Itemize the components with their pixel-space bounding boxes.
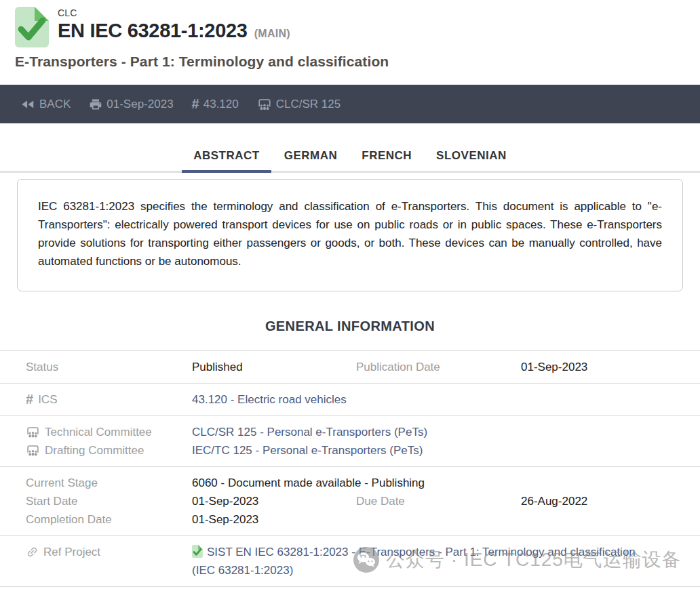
ics-label: ICS — [38, 390, 57, 409]
abstract-panel: IEC 63281-1:2023 specifies the terminolo… — [17, 179, 683, 291]
document-check-icon — [15, 7, 49, 47]
tab-abstract[interactable]: ABSTRACT — [182, 141, 271, 173]
committee-item[interactable]: CLC/SR 125 — [257, 97, 341, 112]
main-badge: (MAIN) — [254, 28, 290, 40]
hash-icon: # — [26, 390, 33, 409]
table-row-ref-project: Ref Project SIST EN IEC 63281-1:2023 - E… — [0, 535, 700, 587]
toolbar: BACK 01-Sep-2023 # 43.120 CLC/SR 125 — [0, 85, 700, 123]
back-label: BACK — [39, 98, 71, 111]
general-information-table: Status Published Publication Date 01-Sep… — [0, 350, 700, 587]
publication-date-item[interactable]: 01-Sep-2023 — [89, 98, 173, 111]
tab-german[interactable]: GERMAN — [273, 141, 349, 173]
back-button[interactable]: BACK — [20, 97, 71, 112]
ics-code-label: 43.120 — [203, 98, 239, 111]
current-stage-value: 6060 - Document made available - Publish… — [192, 474, 686, 492]
start-date-label: Start Date — [26, 492, 78, 510]
technical-committee-label: Technical Committee — [45, 423, 152, 441]
tab-slovenian[interactable]: SLOVENIAN — [425, 141, 518, 173]
committee-label: CLC/SR 125 — [276, 98, 341, 111]
link-icon — [26, 546, 39, 558]
printer-icon — [89, 98, 102, 111]
document-subtitle: E-Transporters - Part 1: Terminology and… — [15, 54, 684, 70]
publication-date-value: 01-Sep-2023 — [521, 358, 686, 376]
technical-committee-link[interactable]: CLC/SR 125 - Personal e-Transporters (Pe… — [192, 423, 686, 441]
completion-date-value: 01-Sep-2023 — [192, 510, 356, 529]
tab-french[interactable]: FRENCH — [350, 141, 423, 173]
language-tabs: ABSTRACT GERMAN FRENCH SLOVENIAN — [0, 141, 700, 173]
page-title: EN IEC 63281-1:2023 — [58, 20, 248, 42]
current-stage-label: Current Stage — [26, 474, 98, 492]
ref-project-link-text: SIST EN IEC 63281-1:2023 - E-Transporter… — [192, 546, 636, 577]
committee-group-icon — [26, 425, 40, 439]
document-check-icon — [192, 545, 203, 558]
committee-group-icon — [257, 97, 272, 112]
status-value: Published — [192, 358, 356, 376]
drafting-committee-link[interactable]: IEC/TC 125 - Personal e-Transporters (Pe… — [192, 441, 686, 460]
table-row-committees: Technical Committee Drafting Committee C… — [0, 415, 700, 466]
organization-label: CLC — [58, 7, 290, 18]
completion-date-label: Completion Date — [26, 510, 112, 529]
ref-project-link[interactable]: SIST EN IEC 63281-1:2023 - E-Transporter… — [192, 543, 636, 579]
due-date-value: 26-Aug-2022 — [521, 492, 686, 510]
rewind-icon — [20, 97, 35, 112]
document-header: CLC EN IEC 63281-1:2023 (MAIN) E-Transpo… — [0, 0, 700, 85]
committee-group-icon — [26, 443, 40, 457]
publication-date-field-label: Publication Date — [356, 358, 440, 376]
table-row-current-stage: Current Stage 6060 - Document made avail… — [0, 466, 700, 535]
general-information-heading: GENERAL INFORMATION — [0, 319, 700, 334]
drafting-committee-label: Drafting Committee — [45, 441, 144, 460]
table-row-ics: # ICS 43.120 - Electric road vehicles — [0, 383, 700, 415]
due-date-label: Due Date — [356, 492, 405, 510]
hash-icon: # — [192, 96, 199, 112]
ref-project-label: Ref Project — [43, 543, 100, 561]
ics-value-link[interactable]: 43.120 - Electric road vehicles — [192, 390, 686, 409]
status-label: Status — [26, 358, 58, 376]
ics-code-item[interactable]: # 43.120 — [192, 96, 239, 112]
start-date-value: 01-Sep-2023 — [192, 492, 356, 510]
publication-date-label: 01-Sep-2023 — [106, 98, 173, 111]
table-row-status: Status Published Publication Date 01-Sep… — [0, 350, 700, 383]
